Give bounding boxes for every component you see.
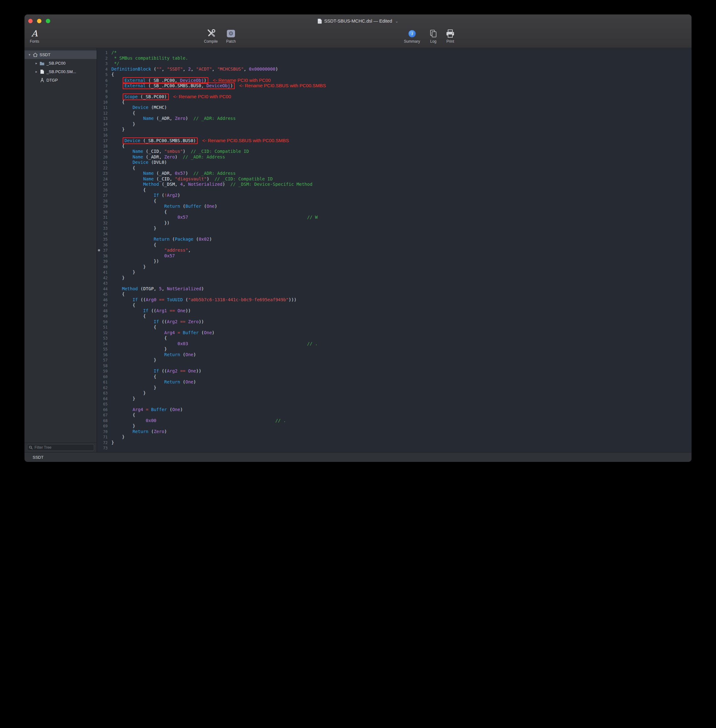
tree-item-dtgp[interactable]: DTGP: [24, 76, 97, 84]
code-line[interactable]: 14 }: [97, 121, 692, 127]
title-chevron-icon[interactable]: ⌄: [395, 19, 399, 24]
code-line[interactable]: 60 {: [97, 374, 692, 380]
code-line[interactable]: 52 Arg4 = Buffer (One): [97, 330, 692, 336]
code-line[interactable]: 23 Name (_ADR, 0x57) // _ADR: Address: [97, 171, 692, 176]
code-line[interactable]: 18 {: [97, 143, 692, 149]
code-editor[interactable]: 1/*2 * SMBus compatibility table.3 */4De…: [97, 48, 692, 452]
code-line[interactable]: 28 {: [97, 198, 692, 204]
code-line[interactable]: 55 }: [97, 346, 692, 352]
code-line[interactable]: 51 {: [97, 325, 692, 330]
code-line[interactable]: 8: [97, 88, 692, 94]
code-line[interactable]: 66 Arg4 = Buffer (One): [97, 407, 692, 413]
code-line[interactable]: 31 0x57 // W: [97, 215, 692, 220]
tree-item-ssdt[interactable]: ▾ SSDT: [24, 50, 97, 59]
code-line[interactable]: 68 0x00 // .: [97, 418, 692, 424]
line-number: 70: [97, 429, 111, 435]
compile-button[interactable]: Compile: [201, 28, 221, 47]
code-line[interactable]: 58: [97, 363, 692, 369]
code-line[interactable]: 9 Scope (_SB.PC00)<- Rename PCI0 with PC…: [97, 94, 692, 100]
code-token: If: [154, 369, 159, 373]
expander-open-icon[interactable]: ▾: [27, 53, 32, 57]
code-line[interactable]: 35 Return (Package (0x02): [97, 237, 692, 242]
filter-tree-field[interactable]: [27, 444, 94, 451]
expander-closed-icon[interactable]: ▸: [34, 61, 39, 65]
code-line[interactable]: 25 Method (_DSM, 4, NotSerialized) // _D…: [97, 182, 692, 187]
tree-item-sb-pc00-sm[interactable]: ▸ _SB.PC00.SM...: [24, 67, 97, 76]
code-line[interactable]: 4DefinitionBlock ("", "SSDT", 2, "ACDT",…: [97, 67, 692, 72]
code-line[interactable]: 46 If ((Arg0 == ToUUID ("a0b5b7c6-1318-4…: [97, 297, 692, 303]
code-line[interactable]: 20 Name (_ADR, Zero) // _ADR: Address: [97, 155, 692, 160]
code-line[interactable]: 17 Device (_SB.PC00.SMBS.BUS0)<- Rename …: [97, 138, 692, 143]
code-line[interactable]: 32 }): [97, 220, 692, 226]
fonts-button[interactable]: A Fonts: [24, 28, 44, 47]
code-line[interactable]: 57 }: [97, 357, 692, 363]
code-line[interactable]: 42 }: [97, 275, 692, 281]
code-line[interactable]: 61 Return (One): [97, 379, 692, 385]
code-line[interactable]: 30 {: [97, 209, 692, 215]
minimize-button[interactable]: [37, 19, 41, 23]
code-line[interactable]: 11 Device (MCHC): [97, 105, 692, 111]
code-token: Buffer: [151, 407, 167, 412]
code-line[interactable]: 3 */: [97, 61, 692, 67]
code-line[interactable]: 38 0x57: [97, 253, 692, 259]
code-line[interactable]: 2 * SMBus compatibility table.: [97, 56, 692, 61]
summary-button[interactable]: i Summary: [402, 28, 422, 47]
fullscreen-button[interactable]: [46, 19, 50, 23]
code-line[interactable]: 43: [97, 281, 692, 286]
code-line[interactable]: 53 {: [97, 335, 692, 341]
code-line[interactable]: 69 }: [97, 423, 692, 429]
line-number: 27: [97, 193, 111, 199]
code-line[interactable]: 26 {: [97, 187, 692, 193]
code-line[interactable]: 64 }: [97, 396, 692, 402]
code-line[interactable]: 19 Name (_CID, "smbus") // _CID: Compati…: [97, 149, 692, 155]
code-line[interactable]: 48 If ((Arg1 == One)): [97, 308, 692, 314]
code-line[interactable]: 65: [97, 401, 692, 407]
code-line[interactable]: 7 External (_SB_.PC00.SMBS.BUS0, DeviceO…: [97, 83, 692, 88]
code-token: ): [193, 352, 196, 357]
code-line[interactable]: 44 Method (DTGP, 5, NotSerialized): [97, 286, 692, 292]
code-line[interactable]: 62 }: [97, 385, 692, 391]
code-line[interactable]: 70 Return (Zero): [97, 429, 692, 435]
code-line[interactable]: 10 {: [97, 100, 692, 105]
code-line[interactable]: 45 {: [97, 291, 692, 297]
code-line[interactable]: 73: [97, 445, 692, 451]
code-line[interactable]: 37 "address",: [97, 247, 692, 253]
tree-item-sb-pc00[interactable]: ▸ _SB.PC00: [24, 59, 97, 67]
code-line[interactable]: 41 }: [97, 270, 692, 275]
code-line[interactable]: 29 Return (Buffer (One): [97, 204, 692, 209]
code-line[interactable]: 13 Name (_ADR, Zero) // _ADR: Address: [97, 116, 692, 121]
filter-tree-input[interactable]: [34, 445, 92, 450]
code-line[interactable]: 49 {: [97, 314, 692, 319]
code-line[interactable]: 59 If ((Arg2 == One)): [97, 369, 692, 374]
code-token: [111, 429, 132, 434]
code-line[interactable]: 12 {: [97, 111, 692, 116]
code-line[interactable]: 39 }): [97, 259, 692, 264]
code-line[interactable]: 63 }: [97, 390, 692, 396]
code-line[interactable]: 33 }: [97, 226, 692, 231]
code-line[interactable]: 72}: [97, 440, 692, 446]
code-line[interactable]: 21 Device (DVL0): [97, 160, 692, 165]
code-line[interactable]: 34: [97, 231, 692, 237]
code-text: 0x57: [111, 253, 175, 258]
code-line[interactable]: 36 {: [97, 242, 692, 248]
expander-closed-icon[interactable]: ▸: [34, 70, 39, 74]
code-line[interactable]: 24 Name (_CID, "diagsvault") // _CID: Co…: [97, 176, 692, 182]
code-line[interactable]: 71 }: [97, 434, 692, 440]
code-line[interactable]: 5{: [97, 72, 692, 77]
code-token: ): [177, 193, 180, 198]
code-line[interactable]: 27 If (!Arg2): [97, 193, 692, 198]
code-line[interactable]: 47 {: [97, 302, 692, 308]
patch-button[interactable]: ⚙ Patch: [221, 28, 241, 47]
code-line[interactable]: 50 If ((Arg2 == Zero)): [97, 319, 692, 325]
code-line[interactable]: 67 {: [97, 413, 692, 418]
code-line[interactable]: 1/*: [97, 50, 692, 56]
code-line[interactable]: 54 0x03 // .: [97, 341, 692, 347]
code-line[interactable]: 15 }: [97, 127, 692, 132]
print-button[interactable]: Print: [440, 28, 460, 47]
code-line[interactable]: 22 {: [97, 165, 692, 171]
code-line[interactable]: 16: [97, 132, 692, 138]
code-line[interactable]: 40 }: [97, 264, 692, 270]
code-line[interactable]: 6 External (_SB_.PC00, DeviceObj)<- Rena…: [97, 77, 692, 83]
code-line[interactable]: 56 Return (One): [97, 352, 692, 358]
close-button[interactable]: [28, 19, 33, 23]
